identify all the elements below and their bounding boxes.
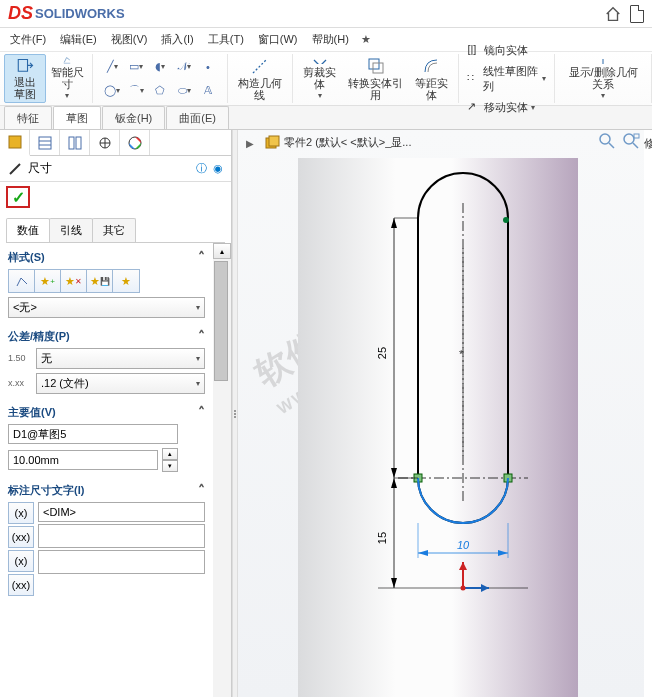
tab-sketch[interactable]: 草图 [53,106,101,129]
svg-rect-12 [269,136,279,146]
flyout-tree-icon[interactable]: ▶ [246,138,254,149]
collapse-icon: ˄ [198,404,205,420]
dim-text-suffix-input[interactable] [38,524,205,548]
panel-scrollbar[interactable]: ▴ [213,243,231,697]
polygon-icon[interactable]: ⬠ [149,80,171,102]
svg-marker-33 [418,550,428,556]
pattern-icon: ∷ [467,72,479,86]
tab-other[interactable]: 其它 [92,218,136,242]
ellipse-icon[interactable]: ⬭▾ [173,80,195,102]
section-style[interactable]: 样式(S)˄ [8,249,205,265]
text-format-3-icon[interactable]: (x) [8,550,34,572]
text-format-2-icon[interactable]: (xx) [8,526,34,548]
line-icon[interactable]: ╱▾ [101,56,123,78]
document-icon[interactable] [630,5,644,23]
graphics-area[interactable]: ▶ 零件2 (默认< <默认>_显... 软件自学网 WWW.RJZXW.COM [238,130,644,697]
svg-rect-6 [39,137,51,149]
tolerance-type-icon: 1.50 [8,354,32,363]
style-load-icon[interactable]: ★ [113,270,139,292]
tolerance-type-select[interactable]: 无▾ [36,348,205,369]
section-dim-text[interactable]: 标注尺寸文字(I)˄ [8,482,205,498]
menu-tools[interactable]: 工具(T) [202,30,250,49]
mirror-entities-button[interactable]: [|]镜向实体 [463,41,550,60]
pin-icon[interactable]: ◉ [213,162,223,175]
text-format-4-icon[interactable]: (xx) [8,574,34,596]
sketch-tools-grid: ╱▾ ▭▾ ◖▾ 𝒩▾ • ◯▾ ⌒▾ ⬠ ⬭▾ 𝔸 [97,54,223,103]
part-icon [264,134,280,150]
help-icon[interactable]: ⓘ [196,161,207,176]
dimxpert-tab-icon[interactable] [90,130,120,155]
slot-icon[interactable]: ◖▾ [149,56,171,78]
trim-entities-button[interactable]: 剪裁实体 ▾ [297,54,343,103]
style-select[interactable]: <无>▾ [8,297,205,318]
menu-window[interactable]: 窗口(W) [252,30,304,49]
dim-10-label: 10 [457,539,470,551]
dim-text-prefix-input[interactable] [38,502,205,522]
chevron-down-icon: ▾ [65,92,69,101]
feature-manager-tab-icon[interactable] [0,130,30,156]
svg-rect-3 [373,63,383,73]
ruler-icon [8,162,22,176]
tab-surface[interactable]: 曲面(E) [166,106,229,129]
svg-point-22 [503,217,509,223]
dimension-value-input[interactable] [8,450,158,470]
tab-feature[interactable]: 特征 [4,106,52,129]
svg-rect-15 [634,134,639,138]
svg-marker-29 [391,478,397,488]
display-relations-button[interactable]: 显示/删除几何关系 ▾ [559,54,647,103]
point-icon[interactable]: • [197,56,219,78]
value-up-button[interactable]: ▴ [162,448,178,460]
section-tolerance[interactable]: 公差/精度(P)˄ [8,328,205,344]
svg-marker-25 [391,468,397,478]
collapse-icon: ˄ [198,482,205,498]
menu-view[interactable]: 视图(V) [105,30,154,49]
menu-file[interactable]: 文件(F) [4,30,52,49]
svg-rect-7 [69,137,74,149]
mirror-icon: [|] [467,43,481,57]
text-icon[interactable]: 𝔸 [197,80,219,102]
collapse-icon: ˄ [198,328,205,344]
precision-select[interactable]: .12 (文件)▾ [36,373,205,394]
zoom-fit-icon[interactable] [598,132,616,150]
app-logo: DS SOLIDWORKS [8,3,125,24]
style-save-icon[interactable]: ★💾 [87,270,113,292]
style-apply-default-icon[interactable] [9,270,35,292]
appearance-tab-icon[interactable] [120,130,150,155]
tab-leader[interactable]: 引线 [49,218,93,242]
spline-icon[interactable]: 𝒩▾ [173,56,195,78]
menu-insert[interactable]: 插入(I) [155,30,199,49]
construction-geometry-button[interactable]: 构造几何线 [232,54,288,103]
config-manager-tab-icon[interactable] [60,130,90,155]
dim-text-below-input[interactable] [38,550,205,574]
dimension-name-input[interactable] [8,424,178,444]
ok-button[interactable]: ✓ [6,186,30,208]
circle-icon[interactable]: ◯▾ [101,80,123,102]
tab-value[interactable]: 数值 [6,218,50,242]
move-entities-button[interactable]: ↗移动实体▾ [463,98,550,117]
menu-edit[interactable]: 编辑(E) [54,30,103,49]
style-delete-icon[interactable]: ★✕ [61,270,87,292]
value-down-button[interactable]: ▾ [162,460,178,472]
rectangle-icon[interactable]: ▭▾ [125,56,147,78]
section-primary-value[interactable]: 主要值(V)˄ [8,404,205,420]
offset-entities-button[interactable]: 等距实体 [408,54,454,103]
tab-sheet-metal[interactable]: 钣金(H) [102,106,165,129]
home-icon[interactable] [604,5,622,23]
move-icon: ↗ [467,100,481,114]
svg-rect-5 [9,136,21,148]
text-format-1-icon[interactable]: (x) [8,502,34,524]
menu-help[interactable]: 帮助(H) [306,30,355,49]
property-manager-tab-icon[interactable] [30,130,60,155]
linear-pattern-button[interactable]: ∷线性草图阵列▾ [463,62,550,96]
svg-marker-34 [498,550,508,556]
zoom-area-icon[interactable] [622,132,640,150]
menu-star-icon[interactable]: ★ [361,33,371,46]
smart-dimension-button[interactable]: 智能尺寸 ▾ [46,54,88,103]
exit-sketch-button[interactable]: 退出草图 [4,54,46,103]
svg-rect-2 [369,59,379,69]
style-add-icon[interactable]: ★+ [35,270,61,292]
arc-icon[interactable]: ⌒▾ [125,80,147,102]
part-body: * 25 [298,158,578,697]
svg-marker-24 [391,218,397,228]
convert-entities-button[interactable]: 转换实体引用 [343,54,408,103]
